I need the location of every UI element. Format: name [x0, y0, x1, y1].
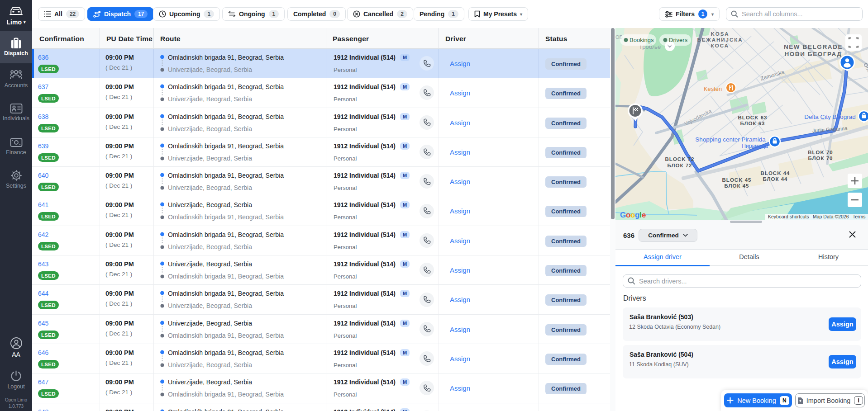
svg-text:G: G — [620, 211, 626, 219]
svg-text:BLOCK 44: BLOCK 44 — [761, 170, 790, 176]
svg-text:БЛОК 44: БЛОК 44 — [763, 176, 788, 182]
svg-text:o: o — [626, 211, 630, 219]
svg-text:g: g — [635, 211, 639, 219]
svg-text:BLOCK 63: BLOCK 63 — [738, 115, 768, 120]
svg-text:Drivers: Drivers — [669, 37, 688, 43]
svg-text:NEW BELGRADE: NEW BELGRADE — [784, 43, 843, 50]
svg-text:e: e — [642, 211, 646, 219]
svg-text:Map Data ©2026: Map Data ©2026 — [813, 214, 849, 219]
svg-text:KOSA: KOSA — [711, 31, 729, 37]
svg-text:BLOCK 72: BLOCK 72 — [665, 156, 695, 162]
svg-text:Terms: Terms — [853, 214, 866, 219]
svg-text:BLOK 70: BLOK 70 — [808, 150, 833, 155]
svg-text:o: o — [630, 211, 635, 219]
svg-text:Delta City Beograd: Delta City Beograd — [804, 113, 855, 120]
svg-text:НОВИ БЕОГРАД: НОВИ БЕОГРАД — [784, 51, 842, 57]
svg-text:БЛОК 70: БЛОК 70 — [808, 156, 833, 161]
svg-text:Пирамида: Пирамида — [742, 143, 768, 149]
svg-text:БЛОК 72: БЛОК 72 — [668, 163, 692, 168]
svg-text:Keyboard shortcuts: Keyboard shortcuts — [768, 214, 809, 219]
svg-text:Bookings: Bookings — [630, 37, 654, 43]
svg-text:Kesten: Kesten — [704, 85, 722, 92]
svg-text:БЕЖАНИЈСКА: БЕЖАНИЈСКА — [697, 37, 743, 43]
svg-text:БЛОК 45: БЛОК 45 — [725, 183, 749, 189]
svg-text:КОСА: КОСА — [711, 43, 729, 48]
svg-text:БЛОК 63: БЛОК 63 — [740, 121, 765, 126]
svg-text:BLOCK 45: BLOCK 45 — [722, 177, 752, 183]
svg-text:Shopping center Piramida: Shopping center Piramida — [695, 136, 766, 143]
